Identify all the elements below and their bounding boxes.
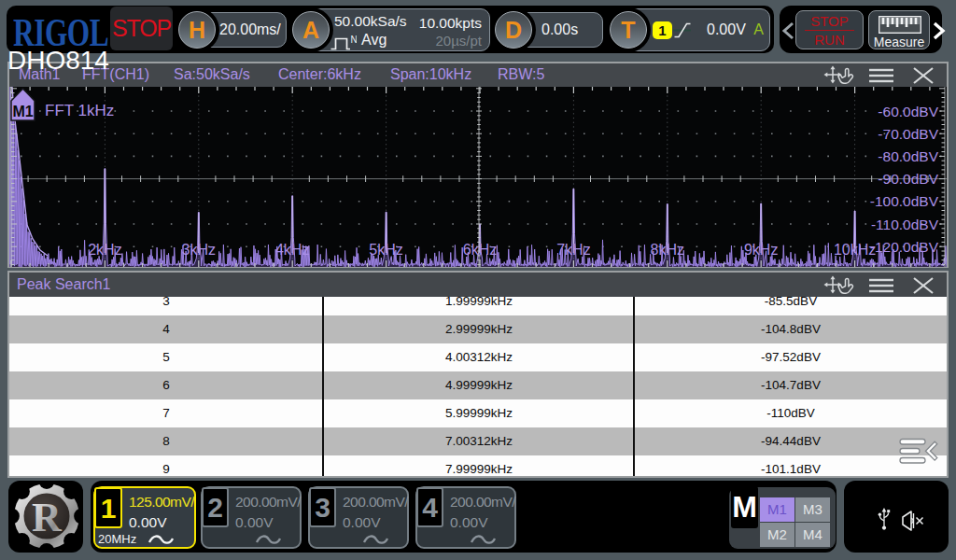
svg-text:6kHz: 6kHz <box>463 242 497 258</box>
svg-text:-60.0dBV: -60.0dBV <box>878 104 938 119</box>
svg-text:4kHz: 4kHz <box>275 242 309 258</box>
svg-text:-100.0dBV: -100.0dBV <box>870 193 939 209</box>
svg-text:2kHz: 2kHz <box>88 242 121 258</box>
svg-text:M1: M1 <box>12 104 33 119</box>
svg-text:-70.0dBV: -70.0dBV <box>878 126 938 142</box>
svg-text:-120.0dBV: -120.0dBV <box>870 239 939 255</box>
svg-text:R: R <box>32 495 63 540</box>
svg-text:5kHz: 5kHz <box>369 242 402 258</box>
svg-text:-110.0dBV: -110.0dBV <box>871 217 939 232</box>
svg-text:-90.0dBV: -90.0dBV <box>878 171 938 187</box>
svg-text:9kHz: 9kHz <box>744 242 778 258</box>
svg-text:-80.0dBV: -80.0dBV <box>878 148 938 164</box>
svg-text:8kHz: 8kHz <box>651 242 684 258</box>
svg-text:7kHz: 7kHz <box>556 242 590 258</box>
svg-text:3kHz: 3kHz <box>182 242 216 258</box>
svg-text:N: N <box>350 35 357 45</box>
svg-text:FFT 1kHz: FFT 1kHz <box>45 102 114 119</box>
